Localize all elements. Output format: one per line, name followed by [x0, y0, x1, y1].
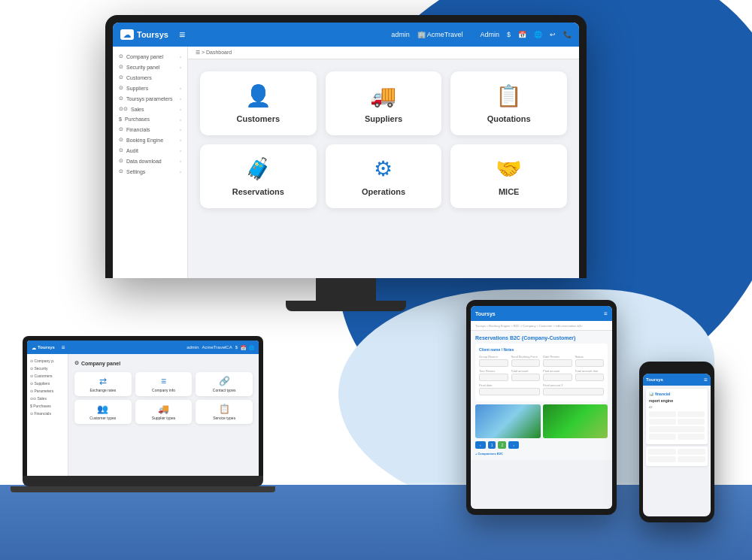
dashboard-card-quotations[interactable]: 📋 Quotations — [450, 71, 567, 135]
phone-extra-field-2[interactable] — [678, 449, 705, 455]
topbar-company: 🏢 AcmeTravel — [417, 31, 463, 38]
tablet-frame: Toursys ≡ Toursys > Booking Engine > B2C… — [466, 300, 617, 515]
laptop-sidebar-item-5[interactable]: ⊙ Parameters — [27, 387, 68, 395]
laptop-card-customer-types[interactable]: 👥 Customer types — [74, 400, 132, 424]
breadcrumb: ☰ > Dashboard — [188, 47, 579, 59]
topbar-phone-icon[interactable]: 📞 — [563, 31, 572, 38]
phone-filter-label: All — [649, 405, 705, 409]
phone-field-2[interactable] — [678, 411, 705, 417]
sidebar-item-financials[interactable]: ⊙Financials › — [113, 124, 187, 135]
tablet-field-final-amount: Final amount 2 — [543, 383, 604, 395]
dashboard-card-mice[interactable]: 🤝 MICE — [450, 144, 567, 208]
dashboard-grid: 👤 Customers 🚚 Suppliers 📋 Quotations — [188, 59, 579, 220]
sidebar-item-company-panel[interactable]: ⊙Company panel › — [113, 51, 187, 62]
dashboard-card-operations[interactable]: ⚙ Operations — [326, 144, 442, 208]
laptop-topbar-icon1[interactable]: $ — [235, 345, 238, 350]
supplier-types-label: Supplier types — [152, 416, 176, 420]
laptop-sidebar-item-3[interactable]: ⊙ Customers — [27, 372, 68, 380]
phone-field-row-3 — [649, 426, 705, 432]
monitor: Toursys ≡ 👤 admin 🏢 AcmeTravel 👤 Admin $… — [105, 15, 587, 311]
phone-field-3[interactable] — [649, 419, 676, 425]
laptop-sidebar-item-7[interactable]: $ Purchases — [27, 402, 68, 410]
laptop-dashboard-grid: ⇄ Exchange rates ≡ Company info 🔗 Contac… — [74, 372, 253, 424]
company-info-icon: ≡ — [161, 376, 166, 386]
quotations-icon: 📋 — [496, 83, 522, 108]
laptop-sidebar-item-4[interactable]: ⊙ Suppliers — [27, 380, 68, 387]
tablet-form-section-title: Client name / Notes — [479, 347, 604, 352]
tablet-content: Reservations B2C (Company-Customer) Clie… — [471, 331, 612, 460]
laptop-screen-frame: ☁ Toursys ≡ admin AcmeTravelCA $ 📅 🌐 ⊙ C… — [23, 336, 263, 476]
sidebar-item-sales[interactable]: ⊙⊙Sales › — [113, 104, 187, 114]
reservations-label: Reservations — [232, 187, 284, 196]
dashboard-card-reservations[interactable]: 🧳 Reservations — [200, 144, 317, 208]
laptop-base — [23, 476, 263, 486]
laptop-card-service-types[interactable]: 📋 Service types — [196, 400, 253, 424]
dashboard-card-suppliers[interactable]: 🚚 Suppliers — [326, 71, 442, 135]
reservations-icon: 🧳 — [245, 156, 271, 181]
topbar-dollar-icon[interactable]: $ — [507, 31, 511, 38]
logo-icon — [120, 29, 134, 40]
laptop-sidebar-item-8[interactable]: ⊙ Financials — [27, 410, 68, 417]
sidebar-item-suppliers[interactable]: ⊙Suppliers › — [113, 83, 187, 93]
tablet-field-date-reserv: Date Reserv — [543, 355, 572, 367]
sidebar-item-toursys-params[interactable]: ⊙Toursys parameters › — [113, 93, 187, 104]
sidebar-item-settings[interactable]: ⊙Settings › — [113, 166, 187, 177]
tablet-page-1[interactable]: 1 — [488, 441, 496, 449]
phone-field-5[interactable] — [649, 426, 705, 432]
monitor-stand-base — [286, 301, 406, 311]
sidebar-item-purchases[interactable]: $Purchases › — [113, 114, 187, 124]
laptop-card-exchange[interactable]: ⇄ Exchange rates — [74, 372, 132, 396]
laptop-logo: ☁ Toursys — [32, 345, 55, 350]
phone-field-7[interactable] — [678, 434, 705, 440]
sidebar-item-data-download[interactable]: ⊙Data download › — [113, 156, 187, 166]
phone-field-1[interactable] — [649, 411, 676, 417]
sidebar-item-audit[interactable]: ⊙Audit › — [113, 145, 187, 156]
tablet-form-section: Client name / Notes Group Reserv Send Bo… — [475, 344, 608, 401]
mice-icon: 🤝 — [496, 156, 522, 181]
tablet-field-send-booking: Send Booking Form — [511, 355, 541, 367]
phone-extra-field-4[interactable] — [678, 456, 705, 462]
tablet: Toursys ≡ Toursys > Booking Engine > B2C… — [466, 300, 617, 515]
laptop-sidebar-item-2[interactable]: ⊙ Security — [27, 365, 68, 372]
tablet-next-button[interactable]: › — [508, 441, 519, 449]
phone-extra-row-2 — [648, 456, 705, 462]
laptop-topbar-icon3[interactable]: 🌐 — [249, 345, 254, 350]
laptop-topbar-icon2[interactable]: 📅 — [241, 345, 246, 350]
laptop-card-supplier-types[interactable]: 🚚 Supplier types — [135, 400, 193, 424]
phone-field-4[interactable] — [678, 419, 705, 425]
tablet-screen: Toursys ≡ Toursys > Booking Engine > B2C… — [471, 306, 612, 509]
laptop-sidebar: ⊙ Company p. ⊙ Security ⊙ Customers ⊙ Su… — [27, 354, 68, 476]
topbar-globe-icon[interactable]: 🌐 — [534, 31, 542, 38]
phone-frame: Toursys ≡ 📊 financial report engine All — [639, 362, 714, 522]
service-types-label: Service types — [213, 416, 235, 420]
laptop-sidebar-item-6[interactable]: ⊙⊙ Sales — [27, 395, 68, 402]
laptop-sidebar-item-1[interactable]: ⊙ Company p. — [27, 357, 68, 365]
laptop-card-company-info[interactable]: ≡ Company info — [135, 372, 193, 396]
phone-extra-field-3[interactable] — [648, 456, 676, 462]
tablet-form-row-2: Tour Reserv Total amount Paid amount — [479, 369, 604, 381]
sidebar-item-security[interactable]: ⊙Security panel › — [113, 62, 187, 72]
phone-extra-field-1[interactable] — [648, 449, 676, 455]
quotations-label: Quotations — [487, 114, 531, 123]
suppliers-label: Suppliers — [365, 114, 402, 123]
topbar-back-icon[interactable]: ↩ — [550, 31, 556, 38]
tablet-prev-button[interactable]: ‹ — [475, 441, 486, 449]
app-logo: Toursys — [120, 29, 168, 40]
sidebar-item-booking-engine[interactable]: ⊙Booking Engine › — [113, 135, 187, 145]
tablet-form-row-1: Group Reserv Send Booking Form Date Rese… — [479, 355, 604, 367]
tablet-brand: Toursys — [475, 311, 496, 316]
phone-field-6[interactable] — [649, 434, 676, 440]
tablet-topbar: Toursys ≡ — [471, 306, 612, 321]
tablet-page-2[interactable]: 2 — [498, 441, 506, 449]
laptop-main: ⊙ Company panel ⇄ Exchange rates ≡ Compa… — [68, 354, 259, 476]
brand-name: Toursys — [137, 30, 168, 39]
topbar-user: 👤 admin — [381, 31, 410, 38]
sidebar-item-customers[interactable]: ⊙Customers — [113, 72, 187, 83]
phone-field-row-2 — [649, 419, 705, 425]
hamburger-icon[interactable]: ≡ — [179, 29, 185, 41]
laptop-card-contact-types[interactable]: 🔗 Contact types — [196, 372, 253, 396]
dashboard-card-customers[interactable]: 👤 Customers — [200, 71, 317, 135]
customers-label: Customers — [237, 114, 280, 123]
topbar-calendar-icon[interactable]: 📅 — [518, 31, 526, 38]
tablet-field-amount-due: Total amount due — [575, 369, 605, 381]
